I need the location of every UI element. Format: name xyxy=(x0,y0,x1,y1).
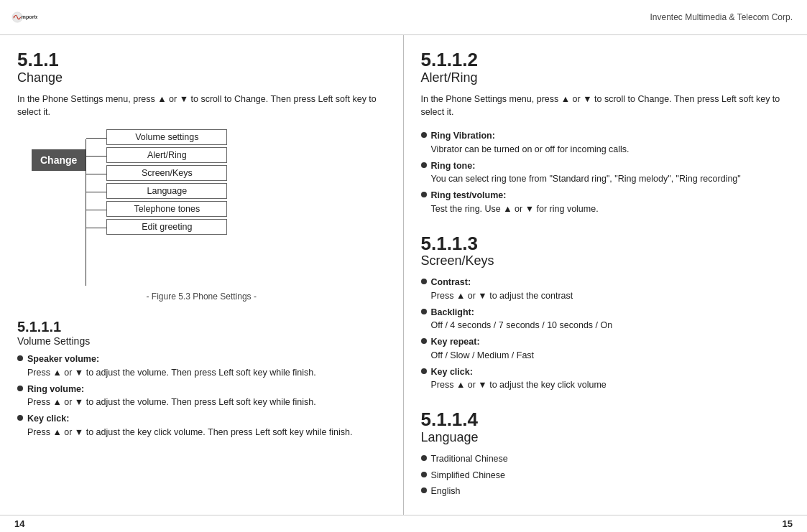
bullet-english: English xyxy=(421,485,790,498)
section-5114: 5.1.1.4 Language Traditional Chinese Sim… xyxy=(421,409,790,498)
bullet-dot xyxy=(421,472,427,477)
bullet-speaker-text: Speaker volume: Press ▲ or ▼ to adjust t… xyxy=(27,353,316,380)
bullet-dot xyxy=(17,386,23,391)
bullet-dot xyxy=(421,132,427,138)
menu-item-5: Telephone tones xyxy=(106,201,227,217)
branch-6: Edit greeting xyxy=(86,219,227,237)
bullet-dot xyxy=(421,279,427,284)
bullet-ring-tone-text: Ring tone: You can select ring tone from… xyxy=(431,159,741,187)
page-number-right: 15 xyxy=(783,518,793,529)
section-5113: 5.1.1.3 Screen/Keys Contrast: Press ▲ or… xyxy=(421,233,790,393)
section-5113-bullets: Contrast: Press ▲ or ▼ to adjust the con… xyxy=(421,276,790,392)
bullet-ring-test: Ring test/volume: Test the ring. Use ▲ o… xyxy=(421,189,790,216)
change-label: Change xyxy=(32,149,86,171)
bullet-ring-test-text: Ring test/volume: Test the ring. Use ▲ o… xyxy=(431,189,599,216)
branch-2: Alert/Ring xyxy=(86,147,227,165)
bullet-dot xyxy=(421,455,427,461)
branch-1: Volume settings xyxy=(86,129,227,147)
right-page: 5.1.1.2 Alert/Ring In the Phone Settings… xyxy=(404,35,808,515)
page-wrapper: mportek Inventec Multimedia & Telecom Co… xyxy=(0,0,807,532)
bullet-speaker: Speaker volume: Press ▲ or ▼ to adjust t… xyxy=(17,353,386,380)
menu-item-6: Edit greeting xyxy=(106,219,227,235)
logo-icon: mportek xyxy=(11,4,37,30)
footer: 14 15 xyxy=(0,515,807,532)
menu-item-4: Language xyxy=(106,183,227,199)
section-5112: 5.1.1.2 Alert/Ring In the Phone Settings… xyxy=(421,50,790,216)
bullet-contrast: Contrast: Press ▲ or ▼ to adjust the con… xyxy=(421,276,790,303)
bullet-english-text: English xyxy=(431,485,461,498)
bullet-ring-tone: Ring tone: You can select ring tone from… xyxy=(421,159,790,187)
section-5112-title: Alert/Ring xyxy=(421,70,790,85)
bullet-backlight: Backlight: Off / 4 seconds / 7 seconds /… xyxy=(421,306,790,333)
bullet-ring-volume: Ring volume: Press ▲ or ▼ to adjust the … xyxy=(17,383,386,410)
bullet-contrast-text: Contrast: Press ▲ or ▼ to adjust the con… xyxy=(431,276,573,303)
menu-item-2: Alert/Ring xyxy=(106,147,227,163)
bullet-dot xyxy=(421,368,427,374)
bullet-key-click: Key click: Press ▲ or ▼ to adjust the ke… xyxy=(17,412,386,439)
section-5114-title: Language xyxy=(421,430,790,445)
section-5112-number: 5.1.1.2 xyxy=(421,50,790,70)
bullet-ring-volume-text: Ring volume: Press ▲ or ▼ to adjust the … xyxy=(27,383,316,410)
bullet-key-click-text: Key click: Press ▲ or ▼ to adjust the ke… xyxy=(27,412,352,439)
header: mportek Inventec Multimedia & Telecom Co… xyxy=(0,0,807,35)
section-511-title: Change xyxy=(17,70,386,85)
h-line-3 xyxy=(86,174,106,174)
bullet-key-repeat-text: Key repeat: Off / Slow / Medium / Fast xyxy=(431,335,535,363)
h-line-6 xyxy=(86,228,106,228)
content-split: 5.1.1 Change In the Phone Settings menu,… xyxy=(0,35,807,515)
section-511-number: 5.1.1 xyxy=(17,50,386,70)
section-5114-number: 5.1.1.4 xyxy=(421,409,790,430)
bullet-dot xyxy=(17,415,23,421)
h-line-2 xyxy=(86,156,106,157)
section-5112-bullets: Ring Vibration: Vibrator can be turned o… xyxy=(421,129,790,216)
bullet-simp-chinese: Simplified Chinese xyxy=(421,469,790,482)
bullet-dot xyxy=(421,338,427,344)
bullet-trad-chinese-text: Traditional Chinese xyxy=(431,452,508,466)
section-511-intro: In the Phone Settings menu, press ▲ or ▼… xyxy=(17,93,386,120)
section-5112-intro: In the Phone Settings menu, press ▲ or ▼… xyxy=(421,93,790,120)
bullet-dot xyxy=(421,162,427,168)
branch-4: Language xyxy=(86,183,227,201)
section-5111-bullets: Speaker volume: Press ▲ or ▼ to adjust t… xyxy=(17,353,386,439)
bullet-key-click-right: Key click: Press ▲ or ▼ to adjust the ke… xyxy=(421,365,790,393)
section-511: 5.1.1 Change In the Phone Settings menu,… xyxy=(17,50,386,302)
bullet-trad-chinese: Traditional Chinese xyxy=(421,452,790,466)
h-line-1 xyxy=(86,138,106,139)
bullet-ring-vibration-text: Ring Vibration: Vibrator can be turned o… xyxy=(431,129,630,157)
page-number-left: 14 xyxy=(14,518,24,529)
section-5114-bullets: Traditional Chinese Simplified Chinese E… xyxy=(421,452,790,498)
diagram: Change Volume settings Alert/Ring xyxy=(32,129,386,286)
figure-caption: - Figure 5.3 Phone Settings - xyxy=(17,291,386,302)
bullet-dot xyxy=(17,355,23,361)
menu-item-3: Screen/Keys xyxy=(106,165,227,181)
branch-3: Screen/Keys xyxy=(86,165,227,183)
logo: mportek xyxy=(11,4,37,30)
header-company: Inventec Multimedia & Telecom Corp. xyxy=(650,12,793,22)
section-5111-title: Volume Settings xyxy=(17,335,386,347)
bullet-backlight-text: Backlight: Off / 4 seconds / 7 seconds /… xyxy=(431,306,613,333)
h-line-5 xyxy=(86,210,106,210)
section-5113-title: Screen/Keys xyxy=(421,253,790,269)
menu-item-1: Volume settings xyxy=(106,129,227,145)
bullet-dot xyxy=(421,192,427,197)
section-5111-number: 5.1.1.1 xyxy=(17,319,386,335)
left-page: 5.1.1 Change In the Phone Settings menu,… xyxy=(0,35,404,515)
svg-text:mportek: mportek xyxy=(22,14,38,20)
bullet-dot xyxy=(421,309,427,314)
trunk-and-branches: Volume settings Alert/Ring Screen/Keys xyxy=(86,129,227,286)
branch-5: Telephone tones xyxy=(86,201,227,219)
bullet-key-repeat: Key repeat: Off / Slow / Medium / Fast xyxy=(421,335,790,363)
section-5111: 5.1.1.1 Volume Settings Speaker volume: … xyxy=(17,319,386,439)
bullet-simp-chinese-text: Simplified Chinese xyxy=(431,469,506,482)
section-5113-number: 5.1.1.3 xyxy=(421,233,790,254)
bullet-ring-vibration: Ring Vibration: Vibrator can be turned o… xyxy=(421,129,790,157)
bullet-dot xyxy=(421,487,427,493)
h-line-4 xyxy=(86,192,106,192)
bullet-key-click-right-text: Key click: Press ▲ or ▼ to adjust the ke… xyxy=(431,365,607,393)
menu-branches: Volume settings Alert/Ring Screen/Keys xyxy=(86,129,227,286)
